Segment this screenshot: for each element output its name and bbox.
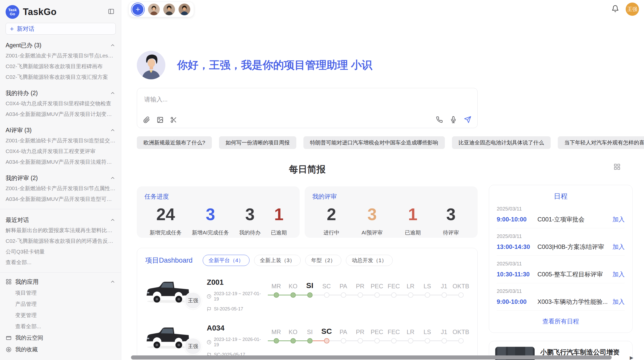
stat-new-ai-completed: 3 新增AI完成任务 bbox=[192, 205, 229, 236]
sidebar-task-item[interactable]: C0X4-动力总成开发项目工程变更评审 bbox=[6, 146, 115, 157]
join-link[interactable]: 加入 bbox=[612, 243, 625, 251]
schedule-date: 2025/03/11 bbox=[497, 261, 625, 267]
add-agent-button[interactable]: + bbox=[132, 4, 143, 15]
sidebar-task-item[interactable]: A034-全新新能源MUV产品开发项目计划变更表编写 bbox=[6, 109, 115, 119]
chevron-up-icon[interactable] bbox=[110, 175, 115, 181]
app-item-change-mgmt[interactable]: 变更管理 bbox=[6, 310, 115, 321]
milestone-dot bbox=[274, 292, 279, 298]
microphone-icon[interactable] bbox=[450, 116, 457, 123]
milestone-oktb: OKTB bbox=[452, 324, 469, 357]
tab-powertrain[interactable]: 动总开发（1） bbox=[346, 255, 393, 266]
suggestion-chip[interactable]: 比亚迪全固态电池计划具体说了什么 bbox=[452, 136, 551, 149]
new-chat-button[interactable]: + 新对话 bbox=[6, 23, 116, 35]
right-panel: 日程 2025/03/11 9:00-10:00 C001-立项审批会 加入 2… bbox=[489, 185, 633, 360]
suggestion-chip[interactable]: 当下年轻人对汽车外观有怎样的喜好趋势 bbox=[558, 136, 644, 149]
milestone-label: SC bbox=[318, 324, 335, 336]
tab-new-body[interactable]: 全新上装（3） bbox=[254, 255, 301, 266]
stat-review-overdue: 1 已逾期 bbox=[405, 205, 421, 236]
chevron-up-icon[interactable] bbox=[110, 127, 115, 133]
sidebar-item-favorites[interactable]: 我的收藏 bbox=[6, 344, 115, 355]
recent-chat-item[interactable]: 解释最新出台的欧盟报废车法规再生塑料比例被调至15%... bbox=[6, 225, 115, 236]
briefing-cards: 任务进度 24 新增完成任务 3 新增AI完成任务 3 我的待办 bbox=[137, 186, 478, 238]
join-link[interactable]: 加入 bbox=[612, 215, 625, 223]
scrollbar-thumb[interactable] bbox=[131, 355, 612, 359]
image-upload-icon[interactable] bbox=[157, 116, 164, 123]
sidebar-collapse-icon[interactable] bbox=[108, 8, 114, 16]
schedule-item[interactable]: 2025/03/11 10:30-11:30 C005-整车工程目标评审 加入 bbox=[497, 256, 625, 283]
sidebar-item-cloud-space[interactable]: 我的云空间 bbox=[6, 332, 115, 344]
dashboard-header: 项目Dashboard 全新平台（4） 全新上装（3） 年型（2） 动总开发（1… bbox=[145, 255, 469, 266]
phone-call-icon[interactable] bbox=[436, 116, 443, 123]
milestone-mr: MR bbox=[268, 279, 285, 312]
chat-input[interactable] bbox=[144, 96, 470, 103]
project-row[interactable]: 王强 A034 2023-12-19 ~ 2026-01-19 SC-2025-… bbox=[145, 324, 469, 357]
sidebar-task-item[interactable]: A034-全新新能源MUV产品开发项目造型可行性评审 bbox=[6, 194, 115, 204]
schedule-name: C005-整车工程目标评审 bbox=[537, 270, 609, 278]
chevron-up-icon[interactable] bbox=[110, 90, 115, 96]
suggestion-chip[interactable]: 如何写一份清晰的项目周报 bbox=[219, 136, 296, 149]
sidebar-task-item[interactable]: Z001-全新燃油轻卡产品开发项目SI节点属性5D文件评审 bbox=[6, 183, 115, 194]
app-item-project-mgmt[interactable]: 项目管理 bbox=[6, 287, 115, 298]
stat-value: 1 bbox=[271, 205, 287, 224]
project-dashboard-card: 项目Dashboard 全新平台（4） 全新上装（3） 年型（2） 动总开发（1… bbox=[137, 248, 478, 360]
briefing-layout-icon[interactable] bbox=[613, 163, 621, 171]
dashboard-title: 项目Dashboard bbox=[145, 256, 193, 265]
sidebar-item-my-apps[interactable]: 我的应用 bbox=[6, 276, 115, 287]
milestone-pa: PA bbox=[335, 324, 352, 357]
section-header[interactable]: Agent已办 (3) bbox=[6, 40, 115, 50]
tab-year-model[interactable]: 年型（2） bbox=[305, 255, 341, 266]
send-icon[interactable] bbox=[464, 116, 471, 123]
tab-new-platform[interactable]: 全新平台（4） bbox=[203, 255, 250, 266]
view-all-apps-link[interactable]: 查看全部... bbox=[6, 321, 115, 332]
suggestion-chips: 欧洲新规最近颁布了什么? 如何写一份清晰的项目周报 特朗普可能对进口汽车增税会对… bbox=[137, 136, 478, 149]
schedule-item[interactable]: 2025/03/11 13:00-14:30 C003|H0B-方案冻结评审 加… bbox=[497, 228, 625, 256]
schedule-item[interactable]: 2025/03/11 9:00-10:00 X003-车辆动力学性能验... 加… bbox=[497, 283, 625, 311]
milestone-dot bbox=[358, 292, 363, 298]
section-header[interactable]: 我的评审 (2) bbox=[6, 173, 115, 183]
taskgo-logo: Task Go bbox=[6, 5, 19, 19]
agent-avatar-1[interactable] bbox=[148, 4, 160, 15]
view-all-schedule-link[interactable]: 查看所有日程 bbox=[497, 311, 625, 327]
sidebar-task-item[interactable]: C02-飞腾新能源轻客改款项目里程碑画布 bbox=[6, 61, 115, 72]
attachment-icon[interactable] bbox=[143, 116, 150, 123]
milestone-fec: FEC bbox=[385, 279, 402, 312]
chevron-up-icon[interactable] bbox=[110, 217, 115, 223]
milestone-label: FEC bbox=[385, 279, 402, 290]
join-link[interactable]: 加入 bbox=[612, 298, 625, 306]
suggestion-chip[interactable]: 欧洲新规最近颁布了什么? bbox=[137, 136, 212, 149]
recent-chat-item[interactable]: C02-飞腾新能源轻客改款项目的闭环通告反馈情况 bbox=[6, 236, 115, 246]
schedule-item[interactable]: 2025/03/11 9:00-10:00 C001-立项审批会 加入 bbox=[497, 201, 625, 228]
card-title: 我的评审 bbox=[312, 192, 470, 201]
notification-bell-icon[interactable] bbox=[611, 5, 619, 13]
sidebar-task-item[interactable]: C0X4-动力总成开发项目SI里程碑提交物检查 bbox=[6, 98, 115, 109]
milestone-label: OKTB bbox=[452, 324, 469, 336]
stat-label: 待评审 bbox=[443, 229, 459, 236]
scissors-icon[interactable] bbox=[170, 116, 177, 123]
agent-avatar-3[interactable] bbox=[179, 4, 190, 15]
sidebar-task-item[interactable]: Z001-全新燃油轻卡产品开发项目SI造型提交物评审 bbox=[6, 135, 115, 146]
project-row[interactable]: 王强 Z001 2023-12-19 ~ 2027-01-19 SI-2025-… bbox=[145, 278, 469, 312]
view-all-chats-link[interactable]: 查看全部... bbox=[6, 257, 115, 268]
milestone-dot bbox=[341, 292, 346, 298]
section-label: 最近对话 bbox=[6, 216, 29, 224]
section-header[interactable]: AI评审 (3) bbox=[6, 125, 115, 135]
join-link[interactable]: 加入 bbox=[612, 270, 625, 278]
card-title: 任务进度 bbox=[144, 192, 292, 201]
suggestion-chip[interactable]: 特朗普可能对进口汽车增税会对中国车企造成哪些影响 bbox=[303, 136, 445, 149]
milestone-sc: SC bbox=[318, 279, 335, 312]
sidebar-task-item[interactable]: C02-飞腾新能源轻客改款项目立项汇报方案 bbox=[6, 72, 115, 82]
sidebar-task-item[interactable]: A034-全新新能源MUV产品开发项目法规符合性评审 bbox=[6, 157, 115, 167]
agent-avatar-2[interactable] bbox=[163, 4, 175, 15]
project-image: 王强 bbox=[145, 278, 190, 305]
scrollbar-right-arrow[interactable]: ▶ bbox=[630, 355, 633, 360]
schedule-date: 2025/03/11 bbox=[497, 206, 625, 212]
app-item-product-mgmt[interactable]: 产品管理 bbox=[6, 298, 115, 310]
recent-chat-item[interactable]: 公司Q3轻卡销量 bbox=[6, 246, 115, 257]
section-header[interactable]: 最近对话 bbox=[6, 215, 115, 225]
sidebar-task-item[interactable]: Z001-全新燃油皮卡产品开发项目SI节点Lesson Learn报告 bbox=[6, 50, 115, 61]
section-header[interactable]: 我的待办 (2) bbox=[6, 88, 115, 98]
cloud-space-label: 我的云空间 bbox=[15, 334, 43, 342]
chevron-up-icon[interactable] bbox=[110, 42, 115, 48]
user-avatar[interactable]: 王强 bbox=[626, 3, 639, 16]
chevron-up-icon[interactable] bbox=[110, 279, 115, 284]
